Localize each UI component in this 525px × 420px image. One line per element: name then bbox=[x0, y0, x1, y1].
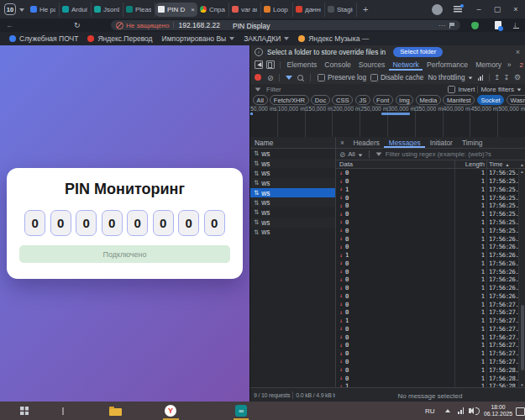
message-row[interactable]: ↓ 0 1 17:56:28.143 bbox=[336, 365, 525, 374]
refresh-icon[interactable]: ↻ bbox=[74, 21, 81, 29]
bookmark-item[interactable]: Служебная ПОЧТ bbox=[9, 34, 78, 43]
message-row[interactable]: ↓ 1 1 17:56:25.255 bbox=[336, 186, 525, 194]
start-button-icon[interactable] bbox=[20, 407, 29, 415]
request-row[interactable]: ⇅ ws bbox=[250, 207, 335, 218]
inspect-element-icon[interactable] bbox=[255, 60, 263, 69]
browser-tab[interactable]: var arra bbox=[229, 3, 261, 17]
message-row[interactable]: ↓ 0 1 17:56:26.312 bbox=[336, 259, 525, 267]
clear-messages-icon[interactable]: ⊘ bbox=[339, 150, 345, 159]
browser-tab[interactable]: JsonDoc bbox=[92, 3, 123, 17]
tab-list-chevron-icon[interactable] bbox=[19, 8, 24, 12]
browser-tab[interactable]: Please h bbox=[123, 3, 155, 17]
protect-shield-icon[interactable] bbox=[471, 22, 479, 29]
close-detail-icon[interactable]: × bbox=[336, 139, 349, 147]
message-row[interactable]: ↓ 1 1 17:56:27.246 bbox=[336, 317, 525, 325]
browser-tab[interactable]: Справо bbox=[197, 3, 229, 17]
request-row[interactable]: ⇅ ws bbox=[250, 178, 335, 188]
request-row[interactable]: ⇅ ws bbox=[250, 228, 335, 238]
filter-funnel-icon[interactable] bbox=[286, 76, 292, 80]
address-more-icon[interactable]: ⋯ bbox=[438, 22, 445, 29]
length-column-header[interactable]: Length bbox=[454, 160, 486, 168]
message-row[interactable]: ↓ 0 1 17:56:25.532 bbox=[336, 226, 525, 234]
infobar-close-icon[interactable]: × bbox=[516, 48, 520, 56]
throttling-select[interactable]: No throttling bbox=[428, 74, 465, 81]
message-row[interactable]: ↓ 0 1 17:56:27.467 bbox=[336, 349, 525, 358]
more-panels-icon[interactable]: » bbox=[507, 60, 512, 69]
request-type-chip[interactable]: CSS bbox=[332, 95, 353, 105]
back-icon[interactable]: ← bbox=[6, 21, 13, 29]
message-row[interactable]: ↓ 0 1 17:56:27.200 bbox=[336, 308, 525, 317]
request-row[interactable]: ⇅ ws bbox=[250, 188, 335, 198]
data-column-header[interactable]: Data bbox=[336, 160, 454, 168]
action-center-icon[interactable] bbox=[516, 407, 525, 416]
message-row[interactable]: ↓ 0 1 17:56:25.360 bbox=[336, 202, 525, 210]
detail-tab[interactable]: Headers bbox=[349, 137, 384, 148]
tab-counter[interactable]: 10 bbox=[4, 3, 16, 15]
message-row[interactable]: ↓ 0 1 17:56:25.141 bbox=[336, 169, 525, 177]
new-tab-button[interactable]: + bbox=[363, 4, 368, 14]
message-row[interactable]: ↓ 0 1 17:56:25.413 bbox=[336, 210, 525, 218]
request-row[interactable]: ⇅ ws bbox=[250, 197, 335, 207]
search-icon[interactable] bbox=[297, 75, 303, 81]
time-column-header[interactable]: Time ▲ ▲ bbox=[486, 160, 525, 168]
filter-input[interactable]: Filter bbox=[266, 86, 281, 93]
invert-checkbox[interactable] bbox=[448, 86, 455, 93]
preserve-log-checkbox[interactable] bbox=[318, 74, 325, 81]
request-type-chip[interactable]: Img bbox=[396, 95, 414, 105]
window-maximize-button[interactable]: ▢ bbox=[491, 5, 503, 13]
message-row[interactable]: ↓ 0 1 17:56:26.142 bbox=[336, 234, 525, 243]
network-conditions-icon[interactable] bbox=[478, 75, 484, 81]
tab-close-icon[interactable]: × bbox=[191, 6, 195, 13]
devtools-tab[interactable]: Console bbox=[321, 59, 355, 71]
message-row[interactable]: ↓ 0 1 17:56:25.313 bbox=[336, 193, 525, 202]
messages-scrollbar[interactable]: ▲ ▼ bbox=[518, 169, 525, 388]
file-explorer-icon[interactable] bbox=[109, 408, 122, 416]
browser-tab[interactable]: данные bbox=[293, 3, 325, 17]
volume-tray-icon[interactable] bbox=[469, 408, 471, 413]
devtools-tab[interactable]: Memory bbox=[472, 59, 506, 71]
yandex-browser-icon[interactable]: Y bbox=[165, 405, 176, 417]
message-row[interactable]: ↓ 0 1 17:56:25.190 bbox=[336, 177, 525, 186]
arduino-ide-icon[interactable]: ∞ bbox=[235, 405, 247, 417]
bookmark-item[interactable]: Импортировано Вы bbox=[162, 34, 235, 43]
detail-tab[interactable]: Timing bbox=[457, 137, 487, 148]
tray-expand-icon[interactable] bbox=[445, 409, 450, 412]
regex-filter-input[interactable]: Filter using regex (example: (web)?s bbox=[386, 150, 491, 158]
detail-tab[interactable]: Messages bbox=[384, 137, 425, 148]
network-overview-timeline[interactable]: 50,000 ms 100,000 ms 150,000 ms 200,000 … bbox=[250, 106, 525, 138]
devtools-tab[interactable]: Performance bbox=[423, 59, 471, 71]
request-type-chip[interactable]: Wasm bbox=[507, 95, 525, 105]
devtools-tab[interactable]: Elements bbox=[283, 59, 321, 71]
browser-tab[interactable]: Arduino bbox=[60, 3, 92, 17]
request-type-chip[interactable]: Font bbox=[373, 95, 393, 105]
message-row[interactable]: ↓ 0 1 17:56:27.341 bbox=[336, 333, 525, 341]
network-settings-icon[interactable]: ⚙ bbox=[514, 73, 521, 81]
request-type-chip[interactable]: Manifest bbox=[443, 95, 475, 105]
zen-page-icon[interactable] bbox=[495, 21, 501, 29]
device-toolbar-icon[interactable] bbox=[266, 60, 275, 69]
browser-tab[interactable]: PIN D × bbox=[155, 3, 197, 17]
record-icon[interactable] bbox=[255, 74, 261, 81]
message-row[interactable]: ↓ 0 1 17:56:27.295 bbox=[336, 325, 525, 333]
language-indicator[interactable]: RU bbox=[425, 407, 435, 415]
scroll-up-icon[interactable]: ▲ bbox=[520, 170, 523, 174]
scrollbar-thumb[interactable] bbox=[521, 305, 524, 370]
request-row[interactable]: ⇅ ws bbox=[250, 159, 335, 169]
message-row[interactable]: ↓ 1 1 17:56:26.252 bbox=[336, 251, 525, 260]
bookmark-item[interactable]: ЗАКЛАДКИ bbox=[244, 34, 289, 43]
network-tray-icon[interactable] bbox=[458, 407, 464, 414]
address-field[interactable]: Не защищено 192.168.2.22 ⋯ bbox=[111, 20, 460, 30]
profile-avatar[interactable] bbox=[432, 4, 443, 15]
clear-icon[interactable]: ⊘ bbox=[267, 73, 274, 82]
window-close-button[interactable]: × bbox=[510, 5, 522, 13]
bookmark-item[interactable]: Яндекс.Перевод bbox=[87, 34, 152, 43]
request-row[interactable]: ⇅ ws bbox=[250, 218, 335, 228]
requests-name-header[interactable]: Name bbox=[250, 137, 335, 149]
request-row[interactable]: ⇅ ws bbox=[250, 168, 335, 178]
message-row[interactable]: ↓ 0 1 17:56:25.470 bbox=[336, 218, 525, 227]
message-row[interactable]: ↓ 0 1 17:56:27.142 bbox=[336, 300, 525, 308]
browser-tab[interactable]: Loop th bbox=[261, 3, 293, 17]
message-type-select[interactable]: All bbox=[348, 150, 355, 158]
message-row[interactable]: ↓ 0 1 17:56:28.198 bbox=[336, 374, 525, 382]
message-row[interactable]: ↓ 0 1 17:56:26.188 bbox=[336, 243, 525, 251]
